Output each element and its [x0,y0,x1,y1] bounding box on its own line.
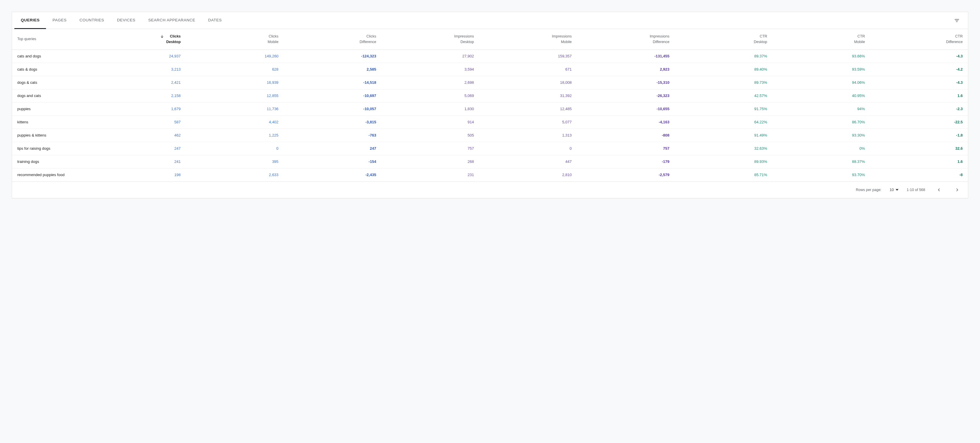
metric-cell: 1.6 [870,155,968,168]
metric-cell: 231 [382,168,479,181]
tab-dates[interactable]: DATES [202,12,228,29]
metric-cell: 268 [382,155,479,168]
table-row[interactable]: puppies1,67911,736-10,0571,83012,485-10,… [12,102,968,116]
query-cell[interactable]: dogs and cats [12,89,88,102]
metric-cell: 5,077 [479,116,577,129]
metric-cell: 88.37% [773,155,870,168]
metric-cell: -10,057 [284,102,382,116]
metric-cell: -15,310 [577,76,675,89]
metric-cell: -763 [284,129,382,142]
table-row[interactable]: recommended puppies food1982,633-2,43523… [12,168,968,181]
metric-cell: -4,163 [577,116,675,129]
table-row[interactable]: dogs & cats2,42116,939-14,5182,69818,008… [12,76,968,89]
metric-cell: -22.5 [870,116,968,129]
col-impr-mobile[interactable]: ImpressionsMobile [479,29,577,49]
filter-button[interactable] [951,15,963,26]
metric-cell: 671 [479,63,577,76]
metric-cell: -179 [577,155,675,168]
metric-cell: -154 [284,155,382,168]
query-cell[interactable]: cats & dogs [12,63,88,76]
metric-cell: 91.75% [675,102,773,116]
metric-cell: 1,679 [88,102,186,116]
col-clicks-desktop[interactable]: ClicksDesktop [88,29,186,49]
metric-cell: 1,830 [382,102,479,116]
col-impr-diff[interactable]: ImpressionsDifference [577,29,675,49]
metric-cell: -10,655 [577,102,675,116]
metric-cell: 42.57% [675,89,773,102]
col-clicks-mobile[interactable]: ClicksMobile [186,29,284,49]
query-cell[interactable]: training dogs [12,155,88,168]
metric-cell: -2,579 [577,168,675,181]
table-row[interactable]: cats and dogs24,937149,260-124,32327,902… [12,49,968,63]
metric-cell: 757 [382,142,479,155]
metric-cell: 5,069 [382,89,479,102]
col-impr-desktop[interactable]: ImpressionsDesktop [382,29,479,49]
tab-search-appearance[interactable]: SEARCH APPEARANCE [142,12,202,29]
query-cell[interactable]: cats and dogs [12,49,88,63]
metric-cell: 12,485 [479,102,577,116]
metric-cell: 12,855 [186,89,284,102]
query-cell[interactable]: tips for raising dogs [12,142,88,155]
chevron-left-icon [936,187,942,193]
query-cell[interactable]: dogs & cats [12,76,88,89]
filter-icon [954,17,960,24]
query-cell[interactable]: puppies & kittens [12,129,88,142]
metric-cell: 93.66% [773,49,870,63]
col-ctr-mobile[interactable]: CTRMobile [773,29,870,49]
query-cell[interactable]: recommended puppies food [12,168,88,181]
metric-cell: 2,421 [88,76,186,89]
metric-cell: 2,698 [382,76,479,89]
col-ctr-diff[interactable]: CTRDifference [870,29,968,49]
metric-cell: 93.70% [773,168,870,181]
table-row[interactable]: cats & dogs3,2136282,5853,5946712,92389.… [12,63,968,76]
performance-report-card: QUERIES PAGES COUNTRIES DEVICES SEARCH A… [12,12,968,198]
table-row[interactable]: kittens5874,402-3,8159145,077-4,16364.22… [12,116,968,129]
metric-cell: 2,923 [577,63,675,76]
rows-per-page-select[interactable]: 10 [890,188,899,192]
metric-cell: 24,937 [88,49,186,63]
tab-pages[interactable]: PAGES [46,12,73,29]
metric-cell: 0 [479,142,577,155]
metric-cell: -124,323 [284,49,382,63]
col-top-queries[interactable]: Top queries [12,29,88,49]
next-page-button[interactable] [952,184,963,195]
tab-queries[interactable]: QUERIES [14,12,46,29]
metric-cell: 241 [88,155,186,168]
metric-cell: -26,323 [577,89,675,102]
query-cell[interactable]: puppies [12,102,88,116]
metric-cell: 16,939 [186,76,284,89]
table-row[interactable]: puppies & kittens4621,225-7635051,313-80… [12,129,968,142]
metric-cell: 31,392 [479,89,577,102]
metric-cell: -4.3 [870,76,968,89]
metric-cell: 198 [88,168,186,181]
metric-cell: 94.06% [773,76,870,89]
col-ctr-desktop[interactable]: CTRDesktop [675,29,773,49]
metric-cell: 89.37% [675,49,773,63]
tab-devices[interactable]: DEVICES [110,12,142,29]
col-clicks-diff[interactable]: ClicksDifference [284,29,382,49]
metric-cell: -10,697 [284,89,382,102]
metric-cell: 149,260 [186,49,284,63]
metric-cell: 89.40% [675,63,773,76]
page-range: 1-10 of 568 [907,188,925,192]
table-row[interactable]: dogs and cats2,15812,855-10,6975,06931,3… [12,89,968,102]
prev-page-button[interactable] [934,184,944,195]
query-cell[interactable]: kittens [12,116,88,129]
metric-cell: 11,736 [186,102,284,116]
metric-cell: 27,902 [382,49,479,63]
metric-cell: -1.8 [870,129,968,142]
metric-cell: 40.95% [773,89,870,102]
metric-cell: 3,594 [382,63,479,76]
metric-cell: 89.93% [675,155,773,168]
tab-countries[interactable]: COUNTRIES [73,12,110,29]
metric-cell: 86.70% [773,116,870,129]
metric-cell: -4.3 [870,49,968,63]
metric-cell: -808 [577,129,675,142]
metric-cell: 1,225 [186,129,284,142]
rows-per-page-label: Rows per page: [856,188,881,192]
metric-cell: 32.63% [675,142,773,155]
metric-cell: -4.2 [870,63,968,76]
table-scroll[interactable]: Top queries ClicksDesktop ClicksMobile C… [12,29,968,182]
table-row[interactable]: training dogs241395-154268447-17989.93%8… [12,155,968,168]
table-row[interactable]: tips for raising dogs2470247757075732.63… [12,142,968,155]
